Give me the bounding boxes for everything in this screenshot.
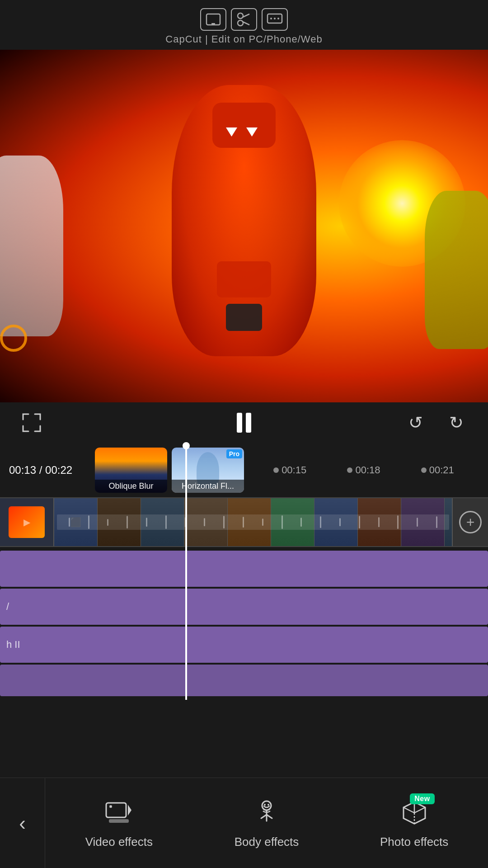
ruler-dot-3 — [421, 467, 427, 473]
toolbar-item-body-effects[interactable]: Body effects — [193, 778, 341, 868]
svg-point-8 — [274, 18, 276, 19]
svg-line-4 — [243, 14, 249, 17]
pause-bar-left — [237, 413, 242, 433]
body-effects-icon — [251, 797, 282, 829]
svg-rect-12 — [109, 819, 129, 823]
toolbar-items: Video effects Body effects — [45, 778, 488, 868]
scissors-icon — [231, 8, 257, 31]
app-tagline: CapCut | Edit on PC/Phone/Web — [165, 33, 322, 45]
audio-tracks-container: / h II — [0, 547, 488, 700]
svg-line-22 — [404, 807, 414, 813]
plus-icon: + — [459, 511, 482, 533]
video-effects-icon — [103, 797, 135, 829]
audio-track-2-label: / — [6, 601, 9, 613]
undo-icon: ↺ — [408, 413, 423, 433]
audio-track-4[interactable] — [0, 665, 488, 696]
svg-rect-10 — [106, 803, 126, 817]
back-button[interactable]: ‹ — [0, 778, 45, 868]
effect-oblique-blur[interactable]: Oblique Blur — [95, 448, 167, 493]
svg-rect-1 — [211, 23, 215, 24]
svg-point-14 — [262, 801, 271, 810]
svg-point-9 — [277, 18, 279, 19]
toolbar-item-video-effects[interactable]: Video effects — [45, 778, 193, 868]
svg-line-19 — [267, 815, 272, 818]
effects-thumbnail-row: 00:13 / 00:22 Oblique Blur Pro Horizonta… — [0, 443, 488, 497]
redo-button[interactable]: ↻ — [443, 409, 470, 436]
audio-track-1[interactable] — [0, 551, 488, 587]
ruler-time-21: 00:21 — [429, 464, 454, 476]
svg-line-23 — [414, 807, 425, 813]
playhead — [185, 443, 187, 700]
add-track-button[interactable]: + — [452, 498, 488, 546]
pause-bar-right — [246, 413, 251, 433]
video-preview[interactable] — [0, 50, 488, 402]
audio-track-2[interactable]: / — [0, 589, 488, 625]
svg-point-2 — [238, 13, 243, 19]
audio-track-3-label: h II — [6, 639, 20, 651]
timeline-wrapper: 00:13 / 00:22 Oblique Blur Pro Horizonta… — [0, 443, 488, 700]
pause-button[interactable] — [228, 407, 260, 439]
svg-line-18 — [261, 815, 267, 818]
monitor-icon — [262, 8, 288, 31]
video-frames: ⬛ — [54, 498, 488, 546]
body-effects-label: Body effects — [235, 835, 299, 849]
video-effects-label: Video effects — [85, 835, 153, 849]
playback-bar: ↺ ↻ — [0, 402, 488, 443]
undo-button[interactable]: ↺ — [402, 409, 429, 436]
tablet-icon — [200, 8, 226, 31]
ruler-dot-1 — [273, 467, 279, 473]
ruler-time-18: 00:18 — [355, 464, 380, 476]
svg-marker-11 — [128, 805, 131, 816]
fullscreen-button[interactable] — [18, 409, 45, 436]
effect-label-horizontal: Horizontal Fl... — [172, 480, 244, 493]
redo-icon: ↻ — [449, 413, 464, 433]
photo-effects-label: Photo effects — [380, 835, 448, 849]
ruler-dot-2 — [347, 467, 352, 473]
video-track[interactable]: ▶ ⬛ + — [0, 497, 488, 547]
effect-horizontal-flip[interactable]: Pro Horizontal Fl... — [172, 448, 244, 493]
svg-point-7 — [270, 18, 272, 19]
effect-label-oblique: Oblique Blur — [95, 480, 167, 493]
effect-pro-badge: Pro — [226, 449, 242, 458]
bottom-toolbar: ‹ Video effects — [0, 778, 488, 868]
time-display: 00:13 / 00:22 — [9, 464, 90, 476]
ruler-time-15: 00:15 — [282, 464, 306, 476]
back-chevron-icon: ‹ — [19, 812, 26, 835]
video-track-left-panel: ▶ — [0, 498, 54, 546]
new-badge: New — [410, 793, 434, 804]
svg-line-5 — [243, 22, 249, 25]
top-bar: CapCut | Edit on PC/Phone/Web — [0, 0, 488, 50]
svg-point-15 — [264, 804, 266, 806]
toolbar-item-photo-effects[interactable]: New Photo effects — [340, 778, 488, 868]
svg-point-16 — [267, 804, 269, 806]
svg-point-3 — [238, 20, 243, 26]
app-icons — [200, 8, 288, 31]
audio-track-3[interactable]: h II — [0, 627, 488, 663]
photo-effects-icon: New — [399, 797, 430, 829]
